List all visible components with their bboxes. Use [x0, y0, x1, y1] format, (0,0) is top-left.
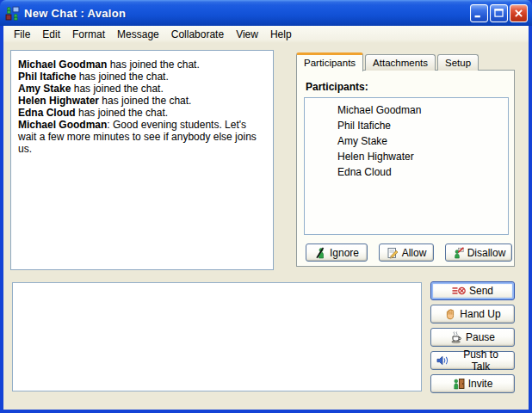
tab-participants[interactable]: Participants — [296, 52, 363, 71]
chat-message-sender: Michael Goodman — [18, 119, 107, 131]
chat-message: Amy Stake has joined the chat. — [18, 83, 266, 95]
tab-bar: Participants Attachments Setup — [296, 52, 480, 71]
minimize-button[interactable] — [470, 4, 488, 22]
invite-button[interactable]: Invite — [430, 374, 515, 393]
participants-panel: Participants: Michael GoodmanPhil Itafic… — [296, 70, 515, 267]
app-icon — [5, 6, 20, 21]
menu-item[interactable]: View — [231, 27, 263, 42]
hand-up-button[interactable]: Hand Up — [430, 305, 515, 324]
send-button-label: Send — [469, 285, 493, 297]
pause-button-label: Pause — [466, 331, 495, 343]
note-pencil-icon — [387, 247, 399, 259]
push-to-talk-button-label: Push to Talk — [453, 348, 509, 373]
chat-message-text: has joined the chat. — [76, 107, 168, 119]
participant-item[interactable]: Edna Cloud — [305, 164, 508, 180]
chat-message: Michael Goodman: Good evening students. … — [18, 119, 266, 155]
participant-item[interactable]: Amy Stake — [305, 133, 508, 149]
chat-message: Edna Cloud has joined the chat. — [18, 107, 266, 119]
chat-message-sender: Amy Stake — [18, 83, 71, 95]
disallow-button[interactable]: Disallow — [445, 243, 512, 262]
chat-message: Michael Goodman has joined the chat. — [18, 59, 266, 71]
ignore-button[interactable]: Ignore — [306, 243, 368, 262]
menu-item[interactable]: Edit — [37, 27, 65, 42]
participants-list[interactable]: Michael GoodmanPhil ItaficheAmy StakeHel… — [304, 97, 509, 235]
menu-item[interactable]: Collaborate — [166, 27, 229, 42]
coffee-cup-icon — [450, 331, 462, 343]
send-button[interactable]: Send — [430, 281, 515, 300]
message-input[interactable] — [12, 282, 422, 391]
chat-message-sender: Helen Highwater — [18, 95, 99, 107]
menu-bar: FileEditFormatMessageCollaborateViewHelp — [3, 26, 529, 43]
person-slash-icon — [314, 247, 326, 259]
participant-item[interactable]: Phil Itafiche — [305, 118, 508, 133]
chat-message-text: has joined the chat. — [107, 59, 199, 71]
participants-label: Participants: — [306, 81, 368, 93]
titlebar: New Chat : Avalon — [0, 0, 532, 26]
close-button[interactable] — [510, 4, 528, 22]
pause-button[interactable]: Pause — [430, 328, 515, 347]
person-red-slash-icon — [452, 247, 464, 259]
push-to-talk-button[interactable]: Push to Talk — [430, 351, 515, 370]
chat-message-text: has joined the chat. — [99, 95, 191, 107]
participant-item[interactable]: Helen Highwater — [305, 149, 508, 164]
lines-target-icon — [452, 286, 466, 296]
chat-message-sender: Edna Cloud — [18, 107, 76, 119]
allow-button-label: Allow — [402, 247, 427, 259]
chat-message-text: has joined the chat. — [71, 83, 163, 95]
speaker-icon — [436, 355, 449, 366]
invite-button-label: Invite — [468, 378, 493, 390]
action-buttons: Send Hand Up — [430, 281, 515, 393]
chat-message-sender: Phil Itafiche — [18, 71, 76, 83]
hand-up-button-label: Hand Up — [460, 308, 500, 320]
menu-item[interactable]: Format — [67, 27, 110, 42]
menu-item[interactable]: Message — [112, 27, 164, 42]
tab-setup[interactable]: Setup — [437, 54, 479, 71]
tab-attachments[interactable]: Attachments — [365, 54, 436, 71]
allow-button[interactable]: Allow — [379, 243, 434, 262]
disallow-button-label: Disallow — [467, 247, 506, 259]
chat-history: Michael Goodman has joined the chat. Phi… — [10, 50, 274, 270]
window-controls — [470, 4, 528, 22]
chat-message: Phil Itafiche has joined the chat. — [18, 71, 266, 83]
chat-message: Helen Highwater has joined the chat. — [18, 95, 266, 107]
raised-hand-icon — [444, 308, 456, 320]
chat-message-text: has joined the chat. — [76, 71, 168, 83]
ignore-button-label: Ignore — [330, 247, 359, 259]
window-title: New Chat : Avalon — [24, 7, 470, 20]
person-door-icon — [453, 378, 465, 390]
moderation-buttons: Ignore Allow — [306, 243, 512, 262]
chat-message-sender: Michael Goodman — [18, 59, 107, 71]
maximize-button[interactable] — [490, 4, 508, 22]
menu-item[interactable]: Help — [265, 27, 297, 42]
menu-item[interactable]: File — [9, 27, 35, 42]
chat-window: New Chat : Avalon FileEditFormatMessageC… — [0, 0, 532, 413]
participant-item[interactable]: Michael Goodman — [305, 102, 508, 118]
